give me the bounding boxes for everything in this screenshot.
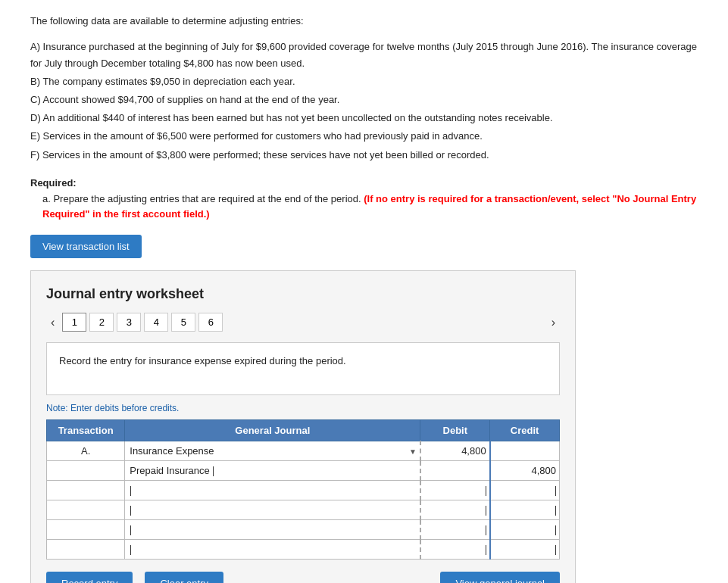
tab-4[interactable]: 4 — [144, 313, 168, 332]
col-header-credit: Credit — [490, 420, 560, 441]
debit-cell[interactable]: 4,800 — [420, 441, 490, 461]
debit-cell[interactable] — [420, 540, 490, 560]
intro-text: The following data are available to dete… — [30, 15, 698, 26]
credit-cell[interactable] — [490, 520, 560, 540]
cursor-indicator — [130, 545, 131, 555]
table-row — [47, 540, 560, 560]
instruction-text: Record the entry for insurance expense e… — [59, 355, 346, 366]
prev-tab-arrow[interactable]: ‹ — [46, 314, 59, 331]
cursor-indicator — [486, 545, 486, 555]
account-cell[interactable] — [125, 500, 420, 520]
transaction-cell — [47, 481, 125, 500]
transaction-cell — [47, 500, 125, 520]
tab-1[interactable]: 1 — [62, 313, 86, 332]
tab-navigation: ‹ 1 2 3 4 5 6 › — [46, 313, 560, 332]
instruction-box: Record the entry for insurance expense e… — [46, 342, 560, 395]
col-header-transaction: Transaction — [47, 420, 125, 441]
transaction-cell — [47, 520, 125, 540]
scenario-e: E) Services in the amount of $6,500 were… — [30, 128, 698, 145]
dropdown-arrow-icon: ▼ — [409, 447, 417, 455]
required-label: Required: — [30, 177, 698, 189]
view-transaction-btn[interactable]: View transaction list — [30, 235, 142, 258]
transaction-cell — [47, 540, 125, 560]
scenario-c: C) Account showed $94,700 of supplies on… — [30, 92, 698, 108]
tab-6[interactable]: 6 — [198, 313, 223, 332]
cursor-indicator — [130, 506, 131, 516]
scenarios-section: A) Insurance purchased at the beginning … — [30, 39, 698, 164]
tab-3[interactable]: 3 — [117, 313, 141, 332]
col-header-debit: Debit — [420, 420, 490, 441]
table-row: Prepaid Insurance 4,800 — [47, 461, 560, 481]
cursor-indicator — [555, 506, 556, 516]
scenario-a: A) Insurance purchased at the beginning … — [30, 39, 698, 72]
view-general-journal-button[interactable]: View general journal — [440, 572, 560, 583]
scenario-d: D) An additional $440 of interest has be… — [30, 110, 698, 126]
required-item-a: a. Prepare the adjusting entries that ar… — [42, 192, 698, 223]
cursor-indicator — [486, 525, 486, 535]
credit-cell[interactable] — [490, 500, 560, 520]
required-section: Required: a. Prepare the adjusting entri… — [30, 177, 698, 223]
note-text: Note: Enter debits before credits. — [46, 403, 560, 413]
account-cell[interactable]: Prepaid Insurance — [125, 461, 420, 481]
credit-cell[interactable] — [490, 481, 560, 500]
credit-cell[interactable]: 4,800 — [490, 461, 560, 481]
credit-cell[interactable] — [490, 441, 560, 461]
account-cell[interactable] — [125, 520, 420, 540]
debit-cell[interactable] — [420, 481, 490, 500]
cursor-indicator — [555, 486, 556, 496]
debit-cell[interactable] — [420, 520, 490, 540]
table-row — [47, 520, 560, 540]
cursor-indicator — [130, 525, 131, 535]
credit-cell[interactable] — [490, 540, 560, 560]
col-header-general-journal: General Journal — [125, 420, 420, 441]
debit-cell[interactable] — [420, 500, 490, 520]
cursor-indicator — [213, 466, 214, 476]
cursor-indicator — [486, 486, 486, 496]
debit-cell[interactable] — [420, 461, 490, 481]
tab-5[interactable]: 5 — [171, 313, 195, 332]
transaction-cell — [47, 461, 125, 481]
cursor-indicator — [555, 525, 556, 535]
transaction-cell: A. — [47, 441, 125, 461]
cursor-indicator — [486, 506, 486, 516]
table-row — [47, 481, 560, 500]
table-row: A. Insurance Expense ▼ 4,800 — [47, 441, 560, 461]
cursor-indicator — [555, 545, 556, 555]
cursor-indicator — [130, 486, 131, 496]
bottom-buttons: Record entry Clear entry View general jo… — [46, 572, 560, 583]
scenario-b: B) The company estimates $9,050 in depre… — [30, 73, 698, 90]
worksheet-container: Journal entry worksheet ‹ 1 2 3 4 5 6 › … — [30, 270, 576, 583]
account-cell[interactable] — [125, 540, 420, 560]
next-tab-arrow[interactable]: › — [547, 314, 560, 331]
worksheet-title: Journal entry worksheet — [46, 286, 560, 302]
account-cell[interactable] — [125, 481, 420, 500]
clear-entry-button[interactable]: Clear entry — [145, 572, 223, 583]
record-entry-button[interactable]: Record entry — [46, 572, 133, 583]
account-cell[interactable]: Insurance Expense ▼ — [125, 441, 420, 461]
journal-table: Transaction General Journal Debit Credit… — [46, 419, 560, 560]
tab-2[interactable]: 2 — [89, 313, 114, 332]
scenario-f: F) Services in the amount of $3,800 were… — [30, 147, 698, 164]
table-row — [47, 500, 560, 520]
